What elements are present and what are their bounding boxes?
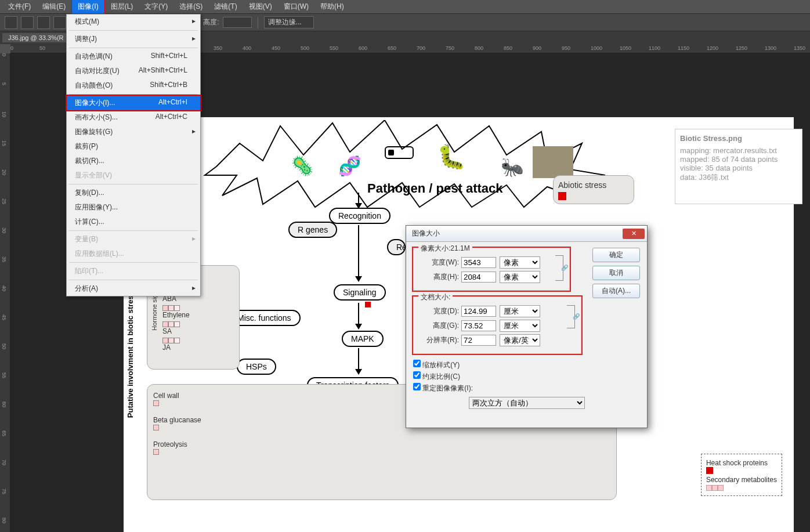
cancel-button[interactable]: 取消 <box>592 266 640 280</box>
virus-icon: 🧬 <box>338 155 361 177</box>
red-swatch <box>706 467 713 474</box>
menu-item[interactable]: 自动对比度(U)Alt+Shift+Ctrl+L <box>67 64 200 78</box>
constrain-check[interactable]: 约束比例(C) <box>413 371 640 382</box>
menu-item[interactable]: 模式(M)▸ <box>67 15 200 29</box>
menu-help[interactable]: 帮助(H) <box>314 0 350 13</box>
menu-file[interactable]: 文件(F) <box>2 0 37 13</box>
menu-edit[interactable]: 编辑(E) <box>37 0 71 13</box>
link-icon[interactable]: 🔗 <box>573 313 580 320</box>
res-input[interactable] <box>461 335 496 346</box>
doc-height-input[interactable] <box>461 320 496 331</box>
menu-filter[interactable]: 滤镜(T) <box>208 0 243 13</box>
image-size-dialog: 图像大小 ✕ 像素大小:21.1M 宽度(W): 像素 高度(H): 像素 🔗 … <box>406 225 648 428</box>
photo-thumb <box>533 146 573 178</box>
arrow <box>358 348 359 370</box>
menu-item[interactable]: 分析(A)▸ <box>67 281 200 296</box>
ruler-tick: 25 <box>1 198 7 204</box>
menu-item[interactable]: 裁剪(P) <box>67 139 200 154</box>
info-visible: visible: 35 data points <box>680 164 797 172</box>
ruler-tick: 800 <box>475 45 483 51</box>
hsps-node: HSPs <box>237 359 276 375</box>
mapk-node: MAPK <box>342 331 384 347</box>
dialog-titlebar[interactable]: 图像大小 ✕ <box>406 226 647 242</box>
res-unit-select[interactable]: 像素/英寸 <box>500 334 540 346</box>
menu-separator <box>69 262 198 263</box>
heat-indicator <box>365 302 371 307</box>
ruler-tick: 5 <box>1 82 7 85</box>
info-mapping: mapping: mercator.results.txt <box>680 146 797 155</box>
menu-item[interactable]: 自动颜色(O)Shift+Ctrl+B <box>67 78 200 93</box>
menu-item[interactable]: 复制(D)... <box>67 186 200 200</box>
auto-button[interactable]: 自动(A)... <box>592 284 640 298</box>
document-tab[interactable]: J36.jpg @ 33.3%(R <box>2 33 70 42</box>
menu-view[interactable]: 视图(V) <box>243 0 278 13</box>
menu-layer[interactable]: 图层(L) <box>105 0 139 13</box>
menu-item[interactable]: 自动色调(N)Shift+Ctrl+L <box>67 49 200 64</box>
signaling-node: Signaling <box>334 284 386 301</box>
menu-window[interactable]: 窗口(W) <box>278 0 314 13</box>
scale-styles-check[interactable]: 缩放样式(Y) <box>413 360 640 370</box>
res-node: Res <box>387 239 406 255</box>
selection-mode-1-icon[interactable] <box>21 16 34 29</box>
menu-separator <box>69 48 198 48</box>
ruler-tick: 20 <box>1 169 7 175</box>
ruler-tick: 1050 <box>620 45 631 51</box>
selection-mode-2-icon[interactable] <box>37 16 50 29</box>
menu-image[interactable]: 图像(I) <box>71 0 104 14</box>
ok-button[interactable]: 确定 <box>592 248 640 262</box>
height-input[interactable] <box>223 17 252 28</box>
link-icon[interactable]: 🔗 <box>561 265 568 271</box>
menu-item[interactable]: 计算(C)... <box>67 215 200 229</box>
arrow <box>358 225 359 277</box>
menu-item[interactable]: 图像旋转(G)▸ <box>67 125 200 139</box>
width-input[interactable] <box>461 257 496 268</box>
ruler-tick: 40 <box>1 285 7 291</box>
dialog-title: 图像大小 <box>412 229 440 238</box>
abiotic-label: Abiotic stress <box>558 180 629 190</box>
ruler-tick: 700 <box>417 45 425 51</box>
close-button[interactable]: ✕ <box>623 229 645 239</box>
image-menu-dropdown: 模式(M)▸调整(J)▸自动色调(N)Shift+Ctrl+L自动对比度(U)A… <box>66 14 201 296</box>
res-label: 分辨率(R): <box>418 335 459 345</box>
doc-width-input[interactable] <box>461 306 496 317</box>
menu-item[interactable]: 图像大小(I)...Alt+Ctrl+I <box>67 96 200 110</box>
ruler-tick: 35 <box>1 256 7 262</box>
refine-edge-button[interactable]: 调整边缘... <box>264 16 314 28</box>
resample-check[interactable]: 重定图像像素(I): <box>413 383 640 393</box>
ruler-tick: 60 <box>1 401 7 407</box>
menu-item[interactable]: 裁切(R)... <box>67 154 200 168</box>
pixel-legend: 像素大小:21.1M <box>418 244 472 254</box>
heat-label-1: Heat shock proteins <box>706 459 777 467</box>
height-input[interactable] <box>461 272 496 283</box>
doc-height-unit-select[interactable]: 厘米 <box>500 320 540 332</box>
info-box: Biotic Stress.png mapping: mercator.resu… <box>675 129 802 204</box>
ruler-tick: 400 <box>243 45 251 51</box>
height-unit-select[interactable]: 像素 <box>500 271 540 283</box>
ruler-tick: 0 <box>10 45 13 51</box>
rgenes-node: R genes <box>288 222 337 238</box>
menu-separator <box>69 30 198 31</box>
menu-text[interactable]: 文字(Y) <box>139 0 173 13</box>
menu-item[interactable]: 调整(J)▸ <box>67 32 200 46</box>
doc-size-group: 文档大小: 宽度(D): 厘米 高度(G): 厘米 分辨率(R): 像素/英寸 … <box>413 296 581 354</box>
hormone-row: JA <box>162 338 234 352</box>
hormone-row: Ethylene <box>162 305 234 319</box>
recognition-node: Recognition <box>329 208 390 224</box>
tool-preset-icon[interactable] <box>5 16 17 29</box>
menu-item[interactable]: 画布大小(S)...Alt+Ctrl+C <box>67 110 200 125</box>
ruler-tick: 1250 <box>736 45 747 51</box>
ruler-tick: 500 <box>301 45 309 51</box>
heat-label-2: Secondary metabolites <box>706 476 777 484</box>
ruler-tick: 55 <box>1 372 7 378</box>
selection-mode-3-icon[interactable] <box>53 16 66 29</box>
info-mapped: mapped: 85 of 74 data points <box>680 155 797 164</box>
bottom-row: Proteolysis <box>153 440 610 457</box>
resample-select[interactable]: 两次立方（自动） <box>469 397 585 409</box>
ruler-tick: 1000 <box>591 45 602 51</box>
doc-width-unit-select[interactable]: 厘米 <box>500 305 540 317</box>
menu-item[interactable]: 应用图像(Y)... <box>67 200 200 215</box>
width-unit-select[interactable]: 像素 <box>500 256 540 269</box>
vertical-title: Putative involvment in biotic stress <box>126 291 135 418</box>
heat-legend: Heat shock proteins Secondary metabolite… <box>701 454 782 496</box>
menu-select[interactable]: 选择(S) <box>173 0 208 13</box>
